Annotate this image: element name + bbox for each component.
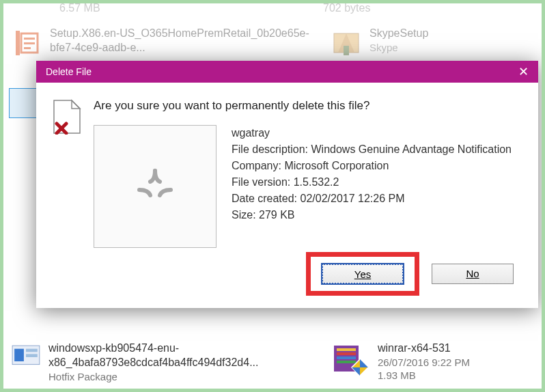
yes-highlight: Yes: [306, 252, 419, 296]
svg-rect-14: [26, 349, 38, 352]
file-label: windowsxp-kb905474-enu-x86_4bafa8793e8cd…: [48, 341, 309, 370]
file-thumbnail: [94, 125, 216, 248]
file-item-winrar[interactable]: winrar-x64-531 26/07/2016 9:22 PM 1.93 M…: [330, 341, 535, 383]
file-name: wgatray: [232, 125, 512, 141]
svg-rect-13: [14, 349, 24, 361]
file-date: 26/07/2016 9:22 PM: [378, 356, 470, 369]
file-size: 1.93 MB: [378, 369, 470, 382]
delete-file-icon: [53, 99, 81, 135]
yes-button[interactable]: Yes: [322, 264, 404, 284]
file-size: Size: 279 KB: [232, 207, 512, 223]
delete-file-dialog: Delete File ✕ Are you sure you want to p…: [36, 61, 538, 308]
file-label: winrar-x64-531: [378, 341, 470, 356]
file-sub: Hotfix Package: [48, 370, 309, 384]
dialog-title: Delete File: [46, 66, 92, 77]
no-button[interactable]: No: [432, 264, 514, 284]
svg-rect-19: [337, 356, 356, 359]
file-description: File description: Windows Genuine Advant…: [232, 141, 512, 158]
file-created: Date created: 02/02/2017 12:26 PM: [232, 191, 512, 207]
svg-rect-15: [26, 354, 38, 357]
file-item-hotfix[interactable]: windowsxp-kb905474-enu-x86_4bafa8793e8cd…: [10, 341, 309, 383]
svg-marker-22: [360, 359, 368, 367]
confirm-prompt: Are you sure you want to permanently del…: [94, 99, 522, 113]
selection-highlight: [9, 88, 39, 118]
winrar-icon: [330, 341, 371, 376]
close-icon[interactable]: ✕: [518, 64, 529, 79]
svg-rect-20: [337, 361, 356, 363]
svg-rect-17: [337, 348, 356, 351]
hotfix-icon: [10, 341, 42, 376]
file-version: File version: 1.5.532.2: [232, 174, 512, 191]
file-company: Company: Microsoft Corporation: [232, 158, 512, 174]
dialog-titlebar: Delete File ✕: [36, 61, 538, 83]
svg-rect-18: [337, 352, 356, 355]
